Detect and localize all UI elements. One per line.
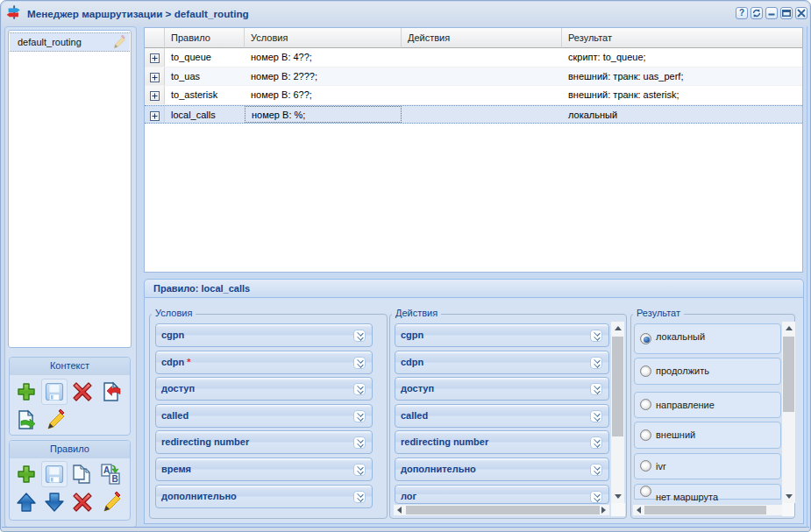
svg-text:B: B (112, 474, 118, 484)
svg-text:A: A (103, 465, 110, 475)
